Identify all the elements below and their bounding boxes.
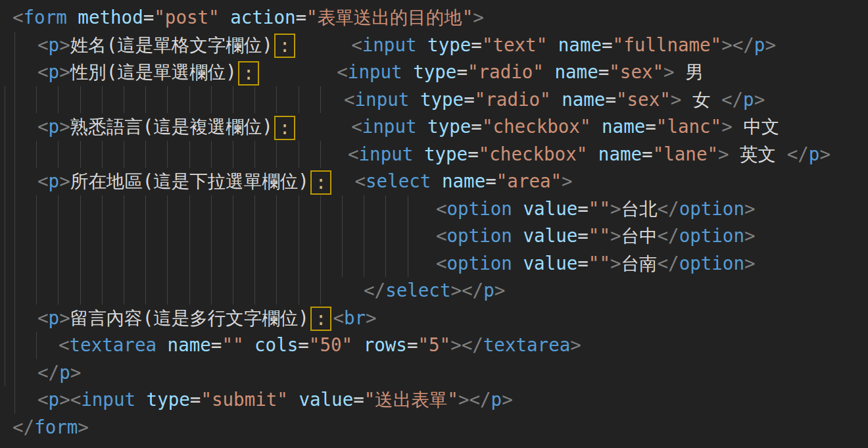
- code-line-13[interactable]: <textarea name="" cols="50" rows="5"></t…: [0, 332, 868, 359]
- token-tag-name: option: [679, 253, 744, 274]
- indent-guide: [145, 250, 146, 278]
- token-tag-name: option: [447, 253, 512, 274]
- token-punctuation: >: [473, 7, 484, 28]
- token-attribute-name: action: [230, 7, 295, 28]
- indent-guide: [233, 195, 233, 223]
- indent-guide: [211, 277, 212, 305]
- indent-guide: [5, 332, 5, 359]
- code-line-8[interactable]: <option value="">台北</option>: [0, 195, 868, 223]
- code-line-4[interactable]: <input type="radio" name="sex"> 女 </p>: [0, 86, 868, 114]
- indent-guide: [276, 277, 277, 305]
- indent-guide: [342, 222, 343, 250]
- indent-guide: [233, 277, 233, 305]
- code-text: <p>所在地區(這是下拉選單欄位): <select name="area">: [37, 168, 573, 195]
- token-equals: =: [190, 389, 201, 410]
- token-tag-name: form: [34, 416, 78, 437]
- indent-guide: [233, 222, 233, 250]
- token-text-content: [402, 61, 414, 82]
- indent-guide: [408, 195, 408, 223]
- indent-guide: [364, 250, 364, 278]
- indent-guide: [145, 222, 146, 250]
- indent-guide: [102, 86, 103, 114]
- indent-guide: [80, 141, 81, 168]
- token-punctuation: <: [12, 7, 24, 28]
- code-line-16[interactable]: </form>: [0, 414, 868, 441]
- token-tag-name: p: [809, 143, 820, 164]
- token-punctuation: <: [348, 143, 359, 164]
- code-line-1[interactable]: <form method="post" action="表單送出的目的地">: [0, 4, 868, 32]
- token-attribute-name: cols: [254, 334, 298, 355]
- code-line-6[interactable]: <input type="checkbox" name="lane"> 英文 <…: [0, 141, 868, 168]
- indent-guide: [58, 250, 59, 278]
- token-punctuation: >: [671, 89, 682, 110]
- code-line-11[interactable]: </select></p>: [0, 277, 868, 305]
- token-text-content: [67, 7, 78, 28]
- indent-guide: [320, 86, 321, 114]
- code-line-2[interactable]: <p>姓名(這是單格文字欄位): <input type="text" name…: [0, 32, 868, 59]
- token-equals: =: [485, 170, 496, 191]
- token-punctuation: <: [59, 334, 70, 355]
- indent-guide: [145, 195, 146, 223]
- token-attribute-name: type: [420, 89, 464, 110]
- code-line-12[interactable]: <p>留言內容(這是多行文字欄位):<br>: [0, 305, 868, 332]
- token-tag-name: textarea: [70, 334, 157, 355]
- indent-guide: [124, 195, 124, 223]
- indent-guide: [5, 86, 5, 114]
- indent-guide: [276, 141, 277, 168]
- ambiguous-char-highlight: :: [310, 307, 332, 331]
- code-line-14[interactable]: </p>: [0, 359, 868, 387]
- indent-guide: [254, 222, 255, 250]
- token-equals: =: [471, 34, 482, 55]
- token-equals: =: [577, 225, 589, 246]
- token-string-value: "text": [482, 34, 547, 55]
- indent-guide: [102, 250, 103, 278]
- token-string-value: "50": [309, 334, 352, 355]
- indent-guide: [189, 141, 190, 168]
- indent-guide: [124, 141, 124, 168]
- code-line-5[interactable]: <p>熟悉語言(這是複選欄位): <input type="checkbox" …: [0, 113, 868, 141]
- indent-guide: [14, 141, 15, 168]
- indent-guide: [233, 250, 233, 278]
- indent-guide: [36, 86, 37, 114]
- indent-guide: [14, 359, 15, 387]
- indent-guide: [124, 250, 124, 278]
- indent-guide: [36, 195, 37, 223]
- token-punctuation: >: [59, 116, 70, 137]
- indent-guide: [167, 250, 168, 278]
- token-equals: =: [296, 7, 307, 28]
- token-attribute-name: value: [523, 225, 577, 246]
- indent-guide: [211, 86, 212, 114]
- token-string-value: "lanc": [656, 116, 721, 137]
- token-punctuation: <: [351, 34, 362, 55]
- token-tag-name: option: [447, 225, 512, 246]
- token-punctuation: <: [37, 170, 49, 191]
- code-line-9[interactable]: <option value="">台中</option>: [0, 222, 868, 250]
- code-line-3[interactable]: <p>性別(這是單選欄位): <input type="radio" name=…: [0, 59, 868, 86]
- code-line-7[interactable]: <p>所在地區(這是下拉選單欄位): <select name="area">: [0, 168, 868, 195]
- token-text-content: [544, 61, 555, 82]
- indent-guide: [408, 250, 408, 278]
- token-punctuation: <: [337, 61, 348, 82]
- indent-guide: [276, 222, 277, 250]
- indent-guide: [14, 32, 15, 59]
- token-tag-name: p: [49, 34, 60, 55]
- token-punctuation: <: [351, 116, 362, 137]
- indent-guide: [5, 305, 5, 332]
- ambiguous-char-highlight: :: [274, 116, 296, 140]
- token-equals: =: [143, 7, 155, 28]
- token-text-content: 台中: [621, 225, 658, 246]
- code-line-10[interactable]: <option value="">台南</option>: [0, 250, 868, 278]
- token-punctuation: <: [436, 198, 447, 219]
- code-line-15[interactable]: <p><input type="submit" value="送出表單"></p…: [0, 386, 868, 414]
- indent-guide: [58, 195, 59, 223]
- token-punctuation: >: [59, 34, 70, 55]
- token-string-value: "表單送出的目的地": [306, 7, 473, 28]
- indent-guide: [5, 250, 5, 278]
- token-equals: =: [602, 34, 613, 55]
- indent-guide: [80, 195, 81, 223]
- indent-guide: [102, 222, 103, 250]
- token-text-content: [591, 116, 602, 137]
- code-editor[interactable]: <form method="post" action="表單送出的目的地"><p…: [0, 0, 868, 448]
- indent-guide: [14, 168, 15, 195]
- indent-guide: [36, 277, 37, 305]
